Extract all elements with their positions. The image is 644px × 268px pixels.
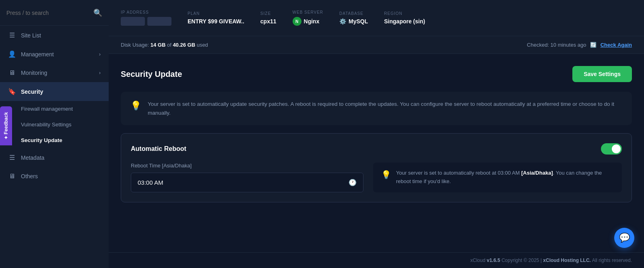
management-icon: 👤 (8, 50, 16, 58)
reboot-title: Automatic Reboot (131, 145, 186, 153)
monitoring-icon: 🖥 (8, 69, 16, 76)
sub-item-label: Firewall management (21, 106, 73, 112)
clock-icon: 🕐 (349, 179, 357, 186)
region-value: Singapore (sin) (384, 18, 425, 25)
footer-version: v1.6.5 (487, 258, 500, 263)
others-icon: 🖥 (8, 173, 16, 180)
sidebar-subitem-vulnerability[interactable]: Vulnerability Settings (0, 117, 109, 132)
plan-label: PLAN (188, 11, 244, 16)
feedback-tab[interactable]: ✦ Feedback (0, 134, 39, 138)
region-label: REGION (384, 11, 425, 16)
auto-reboot-toggle[interactable] (601, 143, 622, 155)
server-plan-field: PLAN ENTRY $99 GIVEAW.. (188, 11, 244, 25)
sidebar-item-others[interactable]: 🖥 Others (0, 167, 109, 186)
sidebar-item-metadata[interactable]: ☰ Metadata (0, 148, 109, 167)
reboot-card: Automatic Reboot Reboot Time [Asia/Dhaka… (121, 133, 632, 202)
server-info-bar: IP ADDRESS PLAN ENTRY $99 GIVEAW.. SIZE … (109, 0, 644, 36)
reboot-time-input[interactable]: 03:00 AM 🕐 (131, 173, 363, 192)
ip-block-2 (147, 17, 171, 26)
disk-used: 14 GB (151, 42, 166, 48)
nginx-badge: N (293, 17, 301, 26)
disk-of: of (167, 42, 171, 48)
sidebar-item-label: Site List (21, 32, 41, 39)
ip-label: IP ADDRESS (121, 10, 171, 14)
ip-block-1 (121, 17, 145, 26)
chevron-right-icon: › (99, 70, 101, 76)
main-content: IP ADDRESS PLAN ENTRY $99 GIVEAW.. SIZE … (109, 0, 644, 268)
search-input[interactable] (6, 10, 93, 16)
sidebar-item-label: Security (21, 89, 43, 95)
reboot-info-text: Your server is set to automatically rebo… (396, 169, 614, 186)
server-database-field: DATABASE ⚙️ MySQL (339, 11, 368, 25)
webserver-value: N Nginx (293, 17, 324, 26)
sidebar-item-label: Monitoring (21, 70, 47, 76)
ip-value (121, 17, 171, 26)
ip-blocks (121, 17, 171, 26)
checked-text: Checked: 10 minutes ago (527, 42, 586, 48)
sidebar-item-security[interactable]: 🔖 Security (0, 82, 109, 101)
reboot-card-body: Reboot Time [Asia/Dhaka] 03:00 AM 🕐 💡 Yo… (131, 163, 622, 192)
info-box: 💡 Your server is set to automatically up… (121, 92, 632, 125)
sidebar-item-management[interactable]: 👤 Management › (0, 45, 109, 64)
footer-company: xCloud Hosting LLC. (543, 258, 591, 263)
size-label: SIZE (260, 11, 277, 16)
reboot-time-label: Reboot Time [Asia/Dhaka] (131, 163, 363, 169)
chat-icon: 💬 (619, 233, 630, 243)
footer-rights: All rights reserved. (592, 258, 632, 263)
sidebar-item-site-list[interactable]: ☰ Site List (0, 26, 109, 45)
toggle-knob (612, 144, 621, 153)
sidebar-subitem-firewall[interactable]: Firewall management (0, 101, 109, 117)
chat-button[interactable]: 💬 (614, 228, 634, 248)
footer: xCloud v1.6.5 Copyright © 2025 | xCloud … (109, 252, 644, 268)
sidebar-item-label: Others (21, 173, 38, 179)
disk-total: 40.26 GB (173, 42, 195, 48)
webserver-label: WEB SERVER (293, 10, 324, 14)
disk-suffix: used (197, 42, 208, 48)
server-ip-field: IP ADDRESS (121, 10, 171, 26)
page-header: Security Update Save Settings (121, 66, 632, 82)
refresh-icon: 🔄 (590, 42, 597, 48)
reboot-info-icon: 💡 (381, 170, 391, 179)
plan-value: ENTRY $99 GIVEAW.. (188, 18, 244, 25)
database-value: ⚙️ MySQL (339, 18, 368, 25)
check-again-section: Checked: 10 minutes ago 🔄 Check Again (527, 42, 632, 48)
page-content: Security Update Save Settings 💡 Your ser… (109, 54, 644, 252)
footer-brand: xCloud (471, 258, 485, 263)
server-region-field: REGION Singapore (sin) (384, 11, 425, 25)
sidebar-item-label: Management (21, 51, 54, 58)
sub-item-label: Security Update (21, 137, 62, 143)
info-icon: 💡 (130, 101, 141, 111)
footer-copyright: Copyright © 2025 | (502, 258, 542, 263)
save-settings-button[interactable]: Save Settings (572, 66, 632, 82)
info-text: Your server is set to automatically upda… (148, 100, 622, 117)
chevron-right-icon: › (99, 52, 101, 57)
feedback-label[interactable]: ✦ Feedback (0, 107, 12, 146)
sidebar-item-monitoring[interactable]: 🖥 Monitoring › (0, 64, 109, 82)
server-size-field: SIZE cpx11 (260, 11, 277, 25)
metadata-icon: ☰ (8, 154, 16, 161)
security-icon: 🔖 (8, 88, 16, 95)
reboot-time-value: 03:00 AM (138, 179, 163, 186)
db-icon: ⚙️ (339, 18, 346, 25)
site-list-icon: ☰ (8, 31, 16, 39)
reboot-time-section: Reboot Time [Asia/Dhaka] 03:00 AM 🕐 (131, 163, 363, 192)
sub-item-label: Vulnerability Settings (21, 122, 72, 128)
page-title: Security Update (121, 70, 182, 79)
reboot-card-header: Automatic Reboot (131, 143, 622, 155)
check-again-button[interactable]: Check Again (601, 42, 632, 48)
server-webserver-field: WEB SERVER N Nginx (293, 10, 324, 26)
disk-usage-bar: Disk Usage: 14 GB of 40.26 GB used Check… (109, 36, 644, 54)
disk-usage-text: Disk Usage: 14 GB of 40.26 GB used (121, 42, 208, 48)
search-icon: 🔍 (93, 8, 102, 17)
search-bar[interactable]: 🔍 (0, 0, 109, 26)
sidebar-item-label: Metadata (21, 155, 44, 161)
database-label: DATABASE (339, 11, 368, 16)
size-value: cpx11 (260, 18, 277, 25)
reboot-info: 💡 Your server is set to automatically re… (373, 163, 622, 192)
